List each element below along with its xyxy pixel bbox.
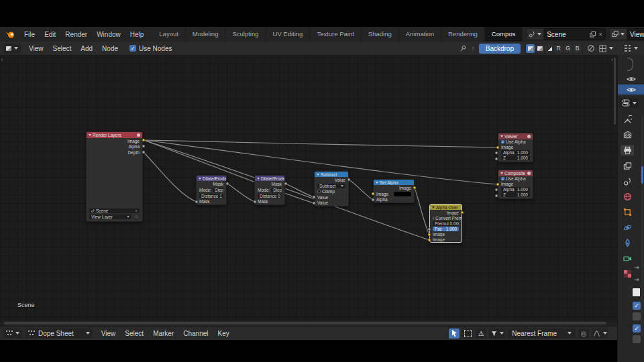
convert-premul-checkbox[interactable] [433,217,434,220]
collapse-icon[interactable] [376,182,378,184]
node-canvas[interactable]: › ‹ Render Layers Image Alpha Depth [0,55,617,320]
use-alpha-checkbox[interactable]: ✓ [501,177,504,180]
collapse-icon[interactable] [500,135,503,137]
tab-view-layer[interactable] [621,160,634,171]
panel-field[interactable] [633,312,641,320]
menu-marker[interactable]: Marker [148,330,178,337]
tab-world[interactable] [621,191,634,202]
view-layer-name-field[interactable]: View Layer × [627,28,644,40]
tab-texture-paint[interactable]: Texture Paint [310,27,361,42]
use-alpha-checkbox[interactable]: ✓ [501,140,504,143]
box-select-button[interactable] [462,328,473,339]
menu-view[interactable]: View [97,330,121,337]
tab-tool[interactable] [621,114,634,125]
outliner-editor-icon[interactable] [623,44,631,52]
editor-type-button[interactable] [3,328,22,339]
node-set-alpha[interactable]: Set Alpha Image Image Alpha [373,179,415,203]
blender-logo-icon[interactable] [5,29,15,39]
dope-sheet-mode-dropdown[interactable]: Dope Sheet [25,328,93,339]
outliner-row[interactable] [618,74,644,84]
channel-r-button[interactable]: R [554,44,563,53]
tab-output[interactable] [621,145,634,156]
backdrop-button[interactable]: Backdrop [479,44,521,54]
node-alpha-over[interactable]: Alpha Over Image Convert Premul Premul0.… [429,204,462,243]
scene-browse-button[interactable] [526,28,544,40]
alpha-field[interactable]: Alpha1.000 [501,187,530,192]
panel-checkbox-checked[interactable]: ✓ [633,302,641,310]
select-cursor-button[interactable] [449,328,460,339]
premul-field[interactable]: Premul0.000 [433,221,459,226]
tab-uv-editing[interactable]: UV Editing [266,27,311,42]
annotation-icon[interactable] [587,44,595,52]
tab-modeling[interactable]: Modeling [186,27,226,42]
render-layer-button[interactable] [133,214,140,220]
collapse-icon[interactable] [500,172,503,174]
node-composite[interactable]: Composite ✓Use Alpha Image Alpha1.000 Z1… [498,170,533,199]
scrollbar-thumb[interactable] [4,322,606,324]
properties-scrollbar[interactable] [641,115,643,337]
filter-button[interactable] [489,328,505,339]
menu-help[interactable]: Help [125,31,149,38]
menu-edit[interactable]: Edit [40,31,60,38]
node-subtract[interactable]: Subtract Value Subtract Clamp Value Valu… [314,171,349,206]
tab-layout[interactable]: Layout [152,27,186,42]
menu-key[interactable]: Key [213,330,234,337]
scene-field[interactable]: Scene × [89,208,140,213]
fac-field[interactable]: Fac1.000 [433,227,459,231]
snap-mode-dropdown[interactable]: Nearest Frame [508,328,576,339]
tab-sculpting[interactable]: Sculpting [225,27,266,42]
node-dilate-erode-1[interactable]: Dilate/Erode Mask Mode:Step Distance1 Ma… [196,175,227,205]
distance-field[interactable]: Distance1 [199,194,223,198]
alpha-field[interactable]: Alpha1.000 [501,150,530,155]
view-layer-browse-button[interactable] [609,28,627,40]
scene-name-field[interactable]: Scene × [544,28,606,40]
tab-animation[interactable]: Animation [399,27,441,42]
z-field[interactable]: Z1.000 [501,156,530,160]
collapse-icon[interactable] [89,134,91,136]
menu-view[interactable]: View [24,45,48,52]
channel-g-button[interactable]: G [564,44,572,53]
node-viewer[interactable]: Viewer ✓Use Alpha Image Alpha1.000 Z1.00… [498,133,533,162]
channel-color-button[interactable] [535,44,544,53]
visibility-eye-icon[interactable] [627,76,636,82]
menu-node[interactable]: Node [97,45,123,52]
tab-particles[interactable] [621,237,634,248]
proportional-edit-button[interactable]: ◎ [578,328,589,339]
go-parent-icon[interactable]: ↑ [471,44,475,52]
tab-rendering[interactable]: Rendering [441,27,485,42]
menu-select[interactable]: Select [48,45,76,52]
node-render-layers[interactable]: Render Layers Image Alpha Depth Scene × … [86,131,143,222]
tab-compositing[interactable]: Compos [485,27,523,42]
editor-type-button[interactable] [3,44,21,54]
warning-button[interactable]: ⚠ [476,328,486,339]
collapse-icon[interactable] [199,178,201,180]
clamp-checkbox[interactable] [317,190,321,193]
tab-object-data-camera[interactable] [621,253,634,263]
close-icon[interactable]: × [598,31,602,38]
visibility-eye-icon[interactable] [627,86,636,93]
mode-dropdown[interactable]: Step [213,188,223,192]
properties-editor-type-button[interactable] [620,98,639,108]
image-color-swatch[interactable] [394,192,411,196]
mode-dropdown[interactable]: Step [271,188,282,192]
channel-alpha-button[interactable] [545,44,553,53]
collapse-icon[interactable] [317,174,319,176]
distance-field[interactable]: Distance0 [258,194,282,198]
channel-color-alpha-button[interactable] [526,44,535,53]
menu-channel[interactable]: Channel [178,330,213,337]
panel-checkbox-checked[interactable]: ✓ [633,324,641,333]
canvas-horizontal-scrollbar[interactable] [0,320,617,326]
menu-file[interactable]: File [19,31,40,38]
outliner-row-selected[interactable] [618,84,644,95]
menu-render[interactable]: Render [60,31,92,38]
close-icon[interactable]: × [135,208,138,213]
tab-scene[interactable] [621,176,634,186]
panel-field[interactable] [633,335,641,343]
tab-physics[interactable] [621,222,634,233]
tab-render[interactable] [621,129,634,140]
falloff-button[interactable] [592,328,608,339]
collapse-icon[interactable] [257,178,260,180]
z-field[interactable]: Z1.000 [501,192,530,197]
operation-dropdown[interactable]: Subtract [317,184,345,188]
pin-icon[interactable] [460,45,467,52]
